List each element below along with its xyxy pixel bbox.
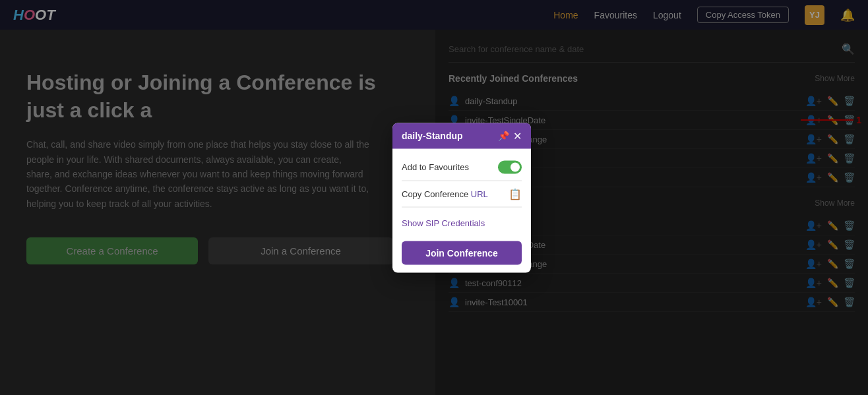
conference-options-modal: daily-Standup 📌 ✕ Add to Favourites Copy… [392,123,531,272]
modal-title: daily-Standup [402,131,463,141]
favourites-toggle[interactable] [498,160,522,173]
show-sip-credentials-link[interactable]: Show SIP Credentials [402,214,485,231]
copy-conference-url-row: Copy Conference URL 📋 [402,183,522,204]
copy-url-icon[interactable]: 📋 [509,187,522,200]
modal-header: daily-Standup 📌 ✕ [392,123,531,148]
modal-header-icons: 📌 ✕ [498,129,522,142]
modal-body: Add to Favourites Copy Conference URL 📋 … [392,148,531,272]
copy-conference-url-label: Copy Conference URL [402,189,488,198]
add-to-favourites-row: Add to Favourites [402,156,522,177]
add-to-favourites-label: Add to Favourites [402,162,469,172]
close-icon[interactable]: ✕ [513,129,522,142]
show-sip-credentials-row: Show SIP Credentials [402,210,522,235]
join-conference-modal-button[interactable]: Join Conference [402,241,522,264]
pin-icon[interactable]: 📌 [498,131,509,141]
